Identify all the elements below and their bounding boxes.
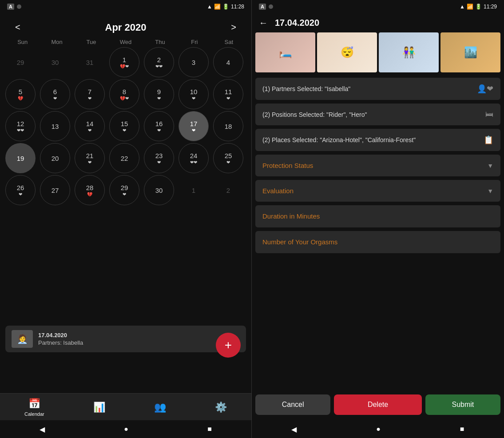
nav-partners[interactable]: 👥 [154,402,166,413]
detail-title: 17.04.2020 [275,18,319,28]
recents-sys-btn-right[interactable]: ■ [460,425,464,433]
heart-icon: 💔 [18,96,23,101]
day-cell[interactable]: 9❤ [144,79,174,109]
day-cell[interactable]: 16❤ [144,111,174,141]
day-cell[interactable]: 2❤❤ [144,47,174,77]
day-cell[interactable]: 13 [40,111,70,141]
action-buttons: Cancel Delete Submit [252,389,504,420]
nav-settings[interactable]: ⚙️ [215,402,227,413]
duration-input-row[interactable]: Duration in Minutes [255,205,500,227]
day-number: 24 [190,152,198,159]
heart-icon: ❤ [226,160,230,165]
calendar-header: < Apr 2020 > [0,13,251,39]
submit-button[interactable]: Submit [425,394,500,415]
day-cell[interactable]: 7❤ [75,79,105,109]
day-cell[interactable]: 30 [40,47,70,77]
day-number: 28 [86,184,94,191]
partner-icon: 👤❤ [477,84,493,94]
day-cell[interactable]: 14❤ [75,111,105,141]
day-headers: Sun Mon Tue Wed Thu Fri Sat [4,39,248,45]
back-button[interactable]: ← [259,18,268,28]
day-number: 23 [155,152,163,159]
cancel-button[interactable]: Cancel [255,394,330,415]
time-right: 11:29 [484,4,497,10]
position-icon: 🛏 [485,110,493,119]
day-number: 29 [121,184,128,191]
home-sys-btn-right[interactable]: ● [376,425,381,433]
day-cell[interactable]: 23❤ [144,143,174,173]
day-cell[interactable]: 2 [213,175,243,205]
heart-icon: ❤ [157,160,161,165]
add-event-button[interactable]: + [216,333,241,358]
photo-thumb-3[interactable]: 👫 [379,32,439,72]
places-icon: 📋 [484,135,493,145]
time-left: 11:28 [231,4,244,10]
orgasms-input-row[interactable]: Number of Your Orgasms [255,231,500,253]
photo-thumb-4[interactable]: 🏙️ [441,32,500,72]
day-cell[interactable]: 25❤ [213,143,243,173]
home-sys-btn-left[interactable]: ● [124,425,128,433]
orgasms-label: Number of Your Orgasms [262,238,337,246]
places-row[interactable]: (2) Places Selected: "Arizona-Hotel", "C… [255,129,500,151]
day-cell[interactable]: 29❤ [109,175,139,205]
recents-sys-btn-left[interactable]: ■ [207,425,212,433]
day-cell[interactable]: 19 [5,143,36,173]
phone-right: A ▲ 📶 🔋 11:29 ← 17.04.2020 🛏️ 😴 👫 🏙️ (1) [252,0,504,438]
heart-icon: ❤ [88,128,91,133]
evaluation-dropdown[interactable]: Evaluation ▼ [255,180,500,202]
back-sys-btn-left[interactable]: ◀ [40,425,45,434]
photo-thumb-1[interactable]: 🛏️ [255,32,315,72]
places-text: (2) Places Selected: "Arizona-Hotel", "C… [262,136,416,143]
nav-calendar[interactable]: 📅 Calendar [24,398,44,417]
heart-icon: ❤❤ [190,160,197,165]
day-number: 15 [121,120,128,127]
calendar-icon: 📅 [28,398,40,410]
day-cell[interactable]: 1 [179,175,209,205]
day-cell[interactable]: 5💔 [5,79,36,109]
day-number: 19 [17,155,24,162]
day-cell[interactable]: 4 [213,47,243,77]
delete-button[interactable]: Delete [334,394,422,415]
phone-left: A ▲ 📶 🔋 11:28 < Apr 2020 > Sun Mon Tue W… [0,0,252,438]
day-cell[interactable]: 6❤ [40,79,70,109]
status-bar-right: A ▲ 📶 🔋 11:29 [252,0,504,13]
day-number: 14 [86,120,94,127]
protection-status-dropdown[interactable]: Protection Status ▼ [255,155,500,176]
nav-stats[interactable]: 📊 [93,402,105,413]
day-cell[interactable]: 20 [40,143,70,173]
day-number: 21 [86,152,94,159]
heart-icon: 💔❤ [120,96,129,101]
day-cell[interactable]: 1💔❤ [109,47,139,77]
day-cell[interactable]: 8💔❤ [109,79,139,109]
status-icons-left: ▲ 📶 🔋 11:28 [207,4,244,10]
day-cell[interactable]: 15❤ [109,111,139,141]
positions-row[interactable]: (2) Positions Selected: "Rider", "Hero" … [255,104,500,125]
day-cell[interactable]: 3 [179,47,209,77]
heart-icon: 💔 [87,192,92,197]
day-number: 8 [123,88,126,96]
photo-thumb-2[interactable]: 😴 [317,32,377,72]
day-cell[interactable]: 26❤ [5,175,36,205]
prev-month-button[interactable]: < [11,20,25,34]
day-cell[interactable]: 11❤ [213,79,243,109]
event-date: 17.04.2020 [38,332,83,338]
day-cell[interactable]: 22 [109,143,139,173]
day-cell[interactable]: 31 [75,47,105,77]
heart-icon: 💔❤ [120,64,129,69]
next-month-button[interactable]: > [226,20,241,34]
day-number: 13 [52,123,59,130]
event-preview[interactable]: 🧑‍💼 17.04.2020 Partners: Isabella [5,326,246,352]
day-cell[interactable]: 30 [144,175,174,205]
day-cell[interactable]: 17❤ [179,111,209,141]
day-cell[interactable]: 29 [5,47,36,77]
partners-row[interactable]: (1) Partners Selected: "Isabella" 👤❤ [255,78,500,100]
day-cell[interactable]: 18 [213,111,243,141]
day-cell[interactable]: 21❤ [75,143,105,173]
day-cell[interactable]: 10❤ [179,79,209,109]
day-cell[interactable]: 12❤❤ [5,111,36,141]
day-cell[interactable]: 28💔 [75,175,105,205]
day-cell[interactable]: 24❤❤ [179,143,209,173]
days-grid: 2930311💔❤2❤❤345💔6❤7❤8💔❤9❤10❤11❤12❤❤1314❤… [4,47,248,205]
back-sys-btn-right[interactable]: ◀ [291,425,297,434]
day-cell[interactable]: 27 [40,175,70,205]
